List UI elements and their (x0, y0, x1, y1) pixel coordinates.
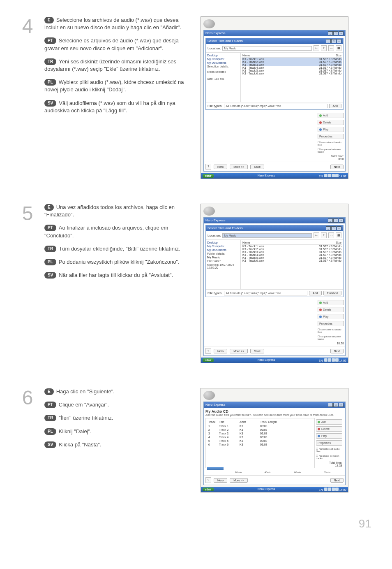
delete-side-button[interactable]: Delete (318, 307, 344, 312)
location-input[interactable]: My Music (222, 233, 312, 238)
file-row[interactable]: K3 - Track 2.wav31.537 KB Windo (242, 60, 342, 63)
track-row[interactable]: 5Track 5K303:03 (208, 439, 312, 443)
views-icon[interactable]: ▦ (336, 232, 341, 238)
file-row[interactable]: K3 - Track 5.wav31.537 KB Windo (242, 256, 342, 259)
play-side-button[interactable]: Play (318, 314, 344, 319)
file-row[interactable]: K3 - Track 6.wav31.537 KB Windo (242, 72, 342, 75)
lang-indicator[interactable]: EN (319, 359, 323, 362)
file-list[interactable]: NameSize K3 - Track 1.wav31.537 KB Windo… (241, 53, 343, 102)
dialog-window-buttons[interactable]: _□× (325, 39, 341, 43)
properties-side-button[interactable]: Properties (318, 134, 344, 139)
tree-desktop[interactable]: Desktop (207, 241, 239, 244)
properties-side-button[interactable]: Properties (316, 440, 342, 446)
save-button[interactable]: Save (250, 349, 264, 353)
add-button[interactable]: Add (329, 104, 341, 108)
col-size: Size (336, 54, 341, 57)
total-time-value: 0:00 (338, 158, 344, 160)
lang-pl: PLKliknij "Dalej". (44, 428, 192, 435)
window-buttons[interactable]: _□× (327, 403, 344, 407)
taskbar-app[interactable]: Nero Express (258, 174, 275, 178)
lang-pt: PTSelecione os arquivos de áudio (*.wav)… (44, 37, 192, 52)
system-tray[interactable] (324, 175, 339, 178)
next-button[interactable]: Next (330, 349, 344, 353)
start-button[interactable]: start (203, 358, 214, 362)
tree-mydocuments[interactable]: My Documents (207, 61, 239, 64)
taskbar-app[interactable]: Nero Express (258, 488, 275, 491)
more-button[interactable]: More >> (230, 349, 248, 353)
delete-side-button[interactable]: Delete (316, 426, 342, 432)
system-tray[interactable] (324, 359, 339, 362)
tree-mycomputer[interactable]: My Computer (207, 58, 239, 60)
folder-tree[interactable]: Desktop My Computer My Documents Selecti… (206, 53, 241, 102)
track-row[interactable]: 4Track 4K303:03 (208, 435, 312, 439)
add-side-button[interactable]: Add (316, 419, 342, 425)
play-side-button[interactable]: Play (316, 433, 342, 439)
tree-mycomputer[interactable]: My Computer (207, 245, 239, 248)
taskbar-app[interactable]: Nero Express (258, 358, 275, 362)
nopause-checkbox[interactable]: ☐ No pause between tracks (316, 454, 342, 460)
add-side-button[interactable]: Add (318, 113, 344, 118)
tree-mydocuments[interactable]: My Documents (207, 249, 239, 251)
nero-button[interactable]: Nero (214, 478, 227, 483)
window-buttons[interactable]: _□× (327, 218, 344, 223)
window-buttons[interactable]: _□× (327, 31, 344, 35)
lang-indicator[interactable]: EN (319, 175, 323, 178)
help-icon[interactable]: ? (205, 477, 211, 483)
file-row[interactable]: K3 - Track 3.wav31.537 KB Windo (242, 251, 342, 253)
normalize-checkbox[interactable]: ☐ Normalize all audio files (318, 328, 344, 333)
start-button[interactable]: start (203, 174, 214, 178)
nopause-checkbox[interactable]: ☐ No pause between tracks (318, 335, 344, 340)
location-input[interactable]: My Music (222, 46, 312, 51)
track-row[interactable]: 2Track 2K303:03 (208, 428, 312, 432)
add-side-button[interactable]: Add (318, 300, 344, 305)
location-label: Location: (208, 46, 221, 50)
dialog-title: Select Files and Folders (208, 39, 243, 43)
file-list[interactable]: NameSize K3 - Track 1.wav31.537 KB Windo… (241, 240, 343, 289)
finished-button[interactable]: Finished (323, 291, 341, 295)
track-row[interactable]: 3Track 3K303:03 (208, 432, 312, 435)
nero-button[interactable]: Nero (214, 349, 227, 353)
more-button[interactable]: More >> (230, 165, 248, 169)
normalize-checkbox[interactable]: ☐ Normalize all audio files (318, 141, 344, 146)
folder-icon[interactable]: ▭ (328, 232, 334, 238)
back-icon[interactable]: ⇐ (314, 45, 319, 51)
lang-indicator[interactable]: EN (319, 488, 323, 491)
more-button[interactable]: More >> (230, 478, 248, 483)
filetypes-select[interactable]: All Formats (*.aac;*.m4a;*.mp4;*.wave;*.… (224, 291, 307, 295)
track-row[interactable]: 1Track 1K303:03 (208, 424, 312, 428)
instructions-col: ESeleccione los archivos de audio (*.wav… (44, 16, 192, 179)
file-row[interactable]: K3 - Track 4.wav31.537 KB Windo (242, 253, 342, 256)
up-icon[interactable]: ⇧ (321, 232, 327, 238)
file-row[interactable]: K3 - Track 4.wav31.537 KB Windo (242, 66, 342, 69)
up-icon[interactable]: ⇧ (321, 45, 327, 51)
help-icon[interactable]: ? (205, 164, 211, 170)
track-row[interactable]: 6Track 6K303:03 (208, 443, 312, 446)
help-icon[interactable]: ? (205, 348, 211, 354)
properties-side-button[interactable]: Properties (318, 321, 344, 326)
nopause-checkbox[interactable]: ☐ No pause between tracks (318, 148, 344, 153)
file-row[interactable]: K3 - Track 1.wav31.537 KB Windo (242, 245, 342, 248)
save-button[interactable]: Save (250, 165, 264, 169)
add-button[interactable]: Add (309, 291, 321, 295)
folder-icon[interactable]: ▭ (328, 45, 334, 51)
screenshot-step5: Nero Express_□× Select Files and Folders… (201, 204, 348, 363)
file-row[interactable]: K3 - Track 6.wav31.537 KB Windo (242, 259, 342, 262)
start-button[interactable]: start (203, 488, 214, 491)
normalize-checkbox[interactable]: ☐ Normalize all audio files (316, 447, 342, 453)
delete-side-button[interactable]: Delete (318, 120, 344, 125)
views-icon[interactable]: ▦ (336, 45, 341, 51)
file-row[interactable]: K3 - Track 1.wav31.537 KB Windo (242, 58, 342, 60)
dialog-window-buttons[interactable]: _□× (325, 226, 341, 230)
file-row[interactable]: K3 - Track 2.wav31.537 KB Windo (242, 248, 342, 251)
play-side-button[interactable]: Play (318, 127, 344, 132)
tree-desktop[interactable]: Desktop (207, 54, 239, 57)
system-tray[interactable] (324, 488, 339, 491)
next-button[interactable]: Next (330, 478, 344, 483)
back-icon[interactable]: ⇐ (314, 232, 319, 238)
file-row[interactable]: K3 - Track 5.wav31.537 KB Windo (242, 69, 342, 72)
file-row[interactable]: K3 - Track 3.wav31.537 KB Windo (242, 63, 342, 66)
nero-button[interactable]: Nero (214, 165, 227, 169)
filetypes-select[interactable]: All Formats (*.aac;*.m4a;*.mp4;*.wave;*.… (224, 104, 327, 108)
folder-tree[interactable]: Desktop My Computer My Documents Folder … (206, 240, 241, 289)
next-button[interactable]: Next (330, 165, 344, 169)
